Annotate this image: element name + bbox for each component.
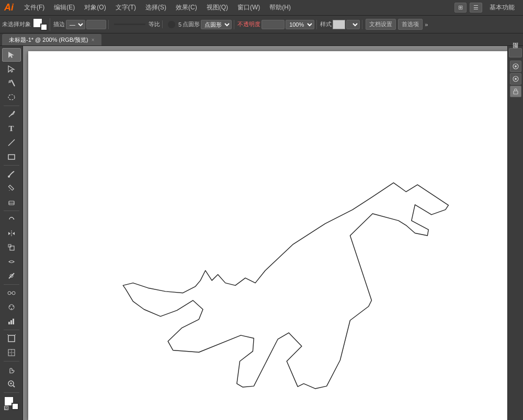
pen-btn[interactable] [2, 108, 21, 121]
menu-help[interactable]: 帮助(H) [265, 2, 295, 14]
pencil-btn[interactable] [2, 181, 21, 195]
style-label: 样式 [320, 20, 332, 28]
tool-sep-1 [4, 106, 19, 106]
menu-select[interactable]: 选择(S) [141, 2, 170, 14]
right-panel: 图层 [507, 46, 523, 420]
style-select[interactable] [346, 20, 360, 29]
rect-btn[interactable] [2, 150, 21, 164]
basic-function-label[interactable]: 基本功能 [485, 2, 519, 14]
canvas-area[interactable] [23, 46, 507, 420]
svg-point-26 [11, 308, 12, 309]
reflect-btn[interactable] [2, 227, 21, 240]
stroke-width-input[interactable]: 1 pt [86, 20, 106, 29]
type-btn[interactable]: T [2, 122, 21, 135]
menu-right-area: ⊞ ☰ 基本功能 [454, 2, 519, 14]
blend-btn[interactable] [2, 286, 21, 300]
doc-settings-btn[interactable]: 文档设置 [366, 19, 396, 30]
svg-line-2 [12, 80, 15, 86]
menu-text[interactable]: 文字(T) [111, 2, 140, 14]
stroke-style-select[interactable]: — [66, 20, 85, 29]
slice-btn[interactable] [2, 346, 21, 359]
tool-sep-6 [4, 361, 19, 361]
shape-label: 点圆形 [183, 20, 200, 28]
layer-lock-btn[interactable] [510, 86, 521, 97]
layers-tab[interactable]: 图层 [509, 48, 522, 57]
dot-count-label: 5 [178, 21, 181, 28]
svg-line-7 [8, 139, 15, 146]
main-area: T [0, 46, 523, 420]
tab-close-btn[interactable]: × [92, 37, 95, 43]
opacity-group: 不透明度 100% 100% [237, 20, 317, 29]
tool-sep-3 [4, 211, 19, 211]
menu-file[interactable]: 文件(F) [20, 2, 49, 14]
toolbox: T [0, 46, 23, 420]
paintbrush-btn[interactable] [2, 167, 21, 181]
menu-edit[interactable]: 编辑(E) [50, 2, 79, 14]
lasso-btn[interactable] [2, 90, 21, 104]
svg-marker-14 [13, 218, 15, 219]
type-icon: T [8, 124, 14, 133]
fill-stroke-color[interactable] [33, 18, 48, 31]
svg-rect-10 [8, 185, 14, 190]
svg-point-6 [13, 111, 15, 113]
panel-icon-group [510, 61, 521, 97]
menu-window[interactable]: 窗口(W) [233, 2, 264, 14]
document-tab[interactable]: 未标题-1* @ 200% (RGB/预览) × [2, 34, 101, 45]
zoom-btn[interactable] [2, 377, 21, 391]
svg-line-37 [13, 386, 15, 387]
artwork-svg [28, 51, 507, 420]
hand-btn[interactable] [2, 363, 21, 377]
shape-select[interactable]: 点圆形 [201, 20, 232, 29]
svg-point-25 [13, 306, 14, 307]
dot-shape-group: 5 点圆形 点圆形 [166, 20, 234, 29]
workspace-btn[interactable]: ☰ [470, 3, 482, 13]
fill-stroke-swatch[interactable]: ⊘ [4, 396, 19, 410]
screen-mode-btn[interactable]: ⊞ [454, 3, 467, 13]
svg-rect-16 [10, 246, 14, 250]
app-logo: Ai [4, 2, 14, 13]
svg-line-31 [7, 334, 8, 335]
opacity-input[interactable]: 100% [262, 20, 285, 29]
preferences-btn[interactable]: 首选项 [398, 19, 423, 30]
artboard[interactable] [28, 51, 507, 420]
stroke-width-group: 描边 — 1 pt [53, 20, 109, 29]
tool-sep-7 [4, 392, 19, 393]
menu-object[interactable]: 对象(O) [80, 2, 110, 14]
svg-point-24 [9, 306, 10, 307]
layer-visibility-2[interactable] [510, 73, 521, 85]
tool-sep-2 [4, 165, 19, 166]
opacity-select[interactable]: 100% [286, 20, 314, 29]
eraser-btn[interactable] [2, 195, 21, 209]
menu-effect[interactable]: 效果(C) [172, 2, 201, 14]
artboard-btn[interactable] [2, 332, 21, 345]
svg-rect-27 [8, 322, 10, 324]
svg-point-9 [8, 176, 10, 178]
svg-point-41 [515, 65, 517, 67]
direct-select-btn[interactable] [2, 62, 21, 76]
rotate-btn[interactable] [2, 213, 21, 226]
magic-wand-btn[interactable] [2, 76, 21, 90]
style-swatch[interactable] [333, 20, 345, 29]
menu-bar: Ai 文件(F) 编辑(E) 对象(O) 文字(T) 选择(S) 效果(C) 视… [0, 0, 523, 16]
svg-rect-29 [13, 319, 14, 324]
svg-rect-30 [8, 335, 15, 342]
select-tool-btn[interactable] [2, 48, 21, 62]
stroke-color-group [33, 18, 50, 31]
more-options-icon[interactable]: » [425, 21, 428, 28]
layer-visibility-1[interactable] [510, 61, 521, 72]
graph-btn[interactable] [2, 314, 21, 328]
width-btn[interactable] [2, 269, 21, 283]
tool-sep-4 [4, 284, 19, 285]
svg-rect-44 [514, 91, 518, 94]
menu-view[interactable]: 视图(Q) [202, 2, 232, 14]
dot-preview [168, 21, 175, 28]
no-selection-label: 未选择对象 [2, 20, 31, 28]
symbol-btn[interactable] [2, 300, 21, 314]
svg-rect-28 [10, 320, 12, 324]
ratio-label: 等比 [149, 20, 160, 28]
scale-btn[interactable] [2, 241, 21, 254]
tab-title: 未标题-1* @ 200% (RGB/预览) [9, 36, 88, 44]
opacity-label: 不透明度 [237, 20, 260, 28]
line-btn[interactable] [2, 136, 21, 149]
warp-btn[interactable] [2, 255, 21, 269]
